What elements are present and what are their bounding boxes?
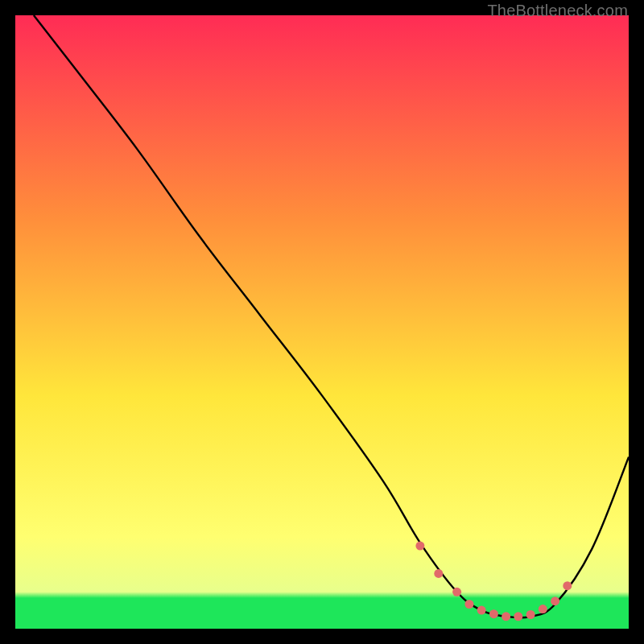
valley-dot: [464, 600, 473, 609]
watermark: TheBottleneck.com: [487, 2, 628, 20]
valley-dot: [489, 609, 498, 618]
valley-dot: [563, 581, 572, 590]
valley-dot: [502, 612, 510, 621]
valley-dot: [415, 542, 424, 551]
chart-svg: [15, 15, 629, 629]
valley-dot: [477, 606, 486, 615]
valley-dot: [434, 569, 443, 578]
chart-area: [15, 15, 629, 629]
valley-dot: [539, 605, 547, 613]
valley-dot: [452, 588, 461, 597]
valley-dot: [526, 610, 535, 619]
valley-dot: [551, 597, 559, 605]
valley-dot: [514, 612, 522, 621]
gradient-background: [15, 15, 629, 629]
